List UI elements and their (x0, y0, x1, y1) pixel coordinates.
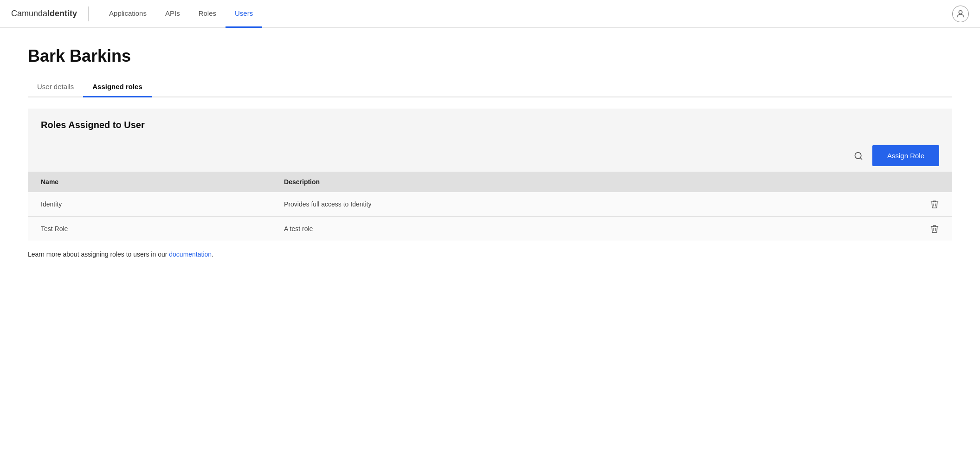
col-header-name: Name (28, 172, 271, 192)
toolbar-row: Assign Role (28, 140, 952, 172)
roles-panel: Roles Assigned to User Assign Role Name … (28, 109, 952, 241)
table-row: Test Role A test role (28, 217, 952, 241)
tab-assigned-roles[interactable]: Assigned roles (83, 77, 152, 97)
brand-name-regular: Camunda (11, 9, 47, 19)
footer-note: Learn more about assigning roles to user… (28, 241, 952, 258)
brand-logo: Camunda Identity (11, 9, 77, 19)
roles-table-container: Name Description Identity Provides full … (28, 172, 952, 241)
panel-header: Roles Assigned to User (28, 109, 952, 140)
brand-name-bold: Identity (47, 9, 77, 19)
tabs: User details Assigned roles (28, 77, 952, 97)
page-title: Bark Barkins (28, 46, 952, 66)
svg-line-2 (860, 157, 862, 159)
top-nav: Camunda Identity Applications APIs Roles… (0, 0, 980, 28)
role-description-cell: A test role (271, 217, 791, 241)
table-header-row: Name Description (28, 172, 952, 192)
nav-link-apis[interactable]: APIs (156, 0, 189, 28)
delete-role-button[interactable] (804, 224, 939, 233)
nav-link-applications[interactable]: Applications (100, 0, 156, 28)
nav-link-users[interactable]: Users (226, 0, 262, 28)
footer-text-after-link: . (212, 251, 213, 258)
search-icon[interactable] (850, 148, 867, 164)
col-header-actions (791, 172, 952, 192)
user-avatar-icon[interactable] (952, 6, 969, 22)
assign-role-button[interactable]: Assign Role (872, 145, 939, 166)
user-menu[interactable] (952, 6, 969, 22)
role-name-cell: Identity (28, 192, 271, 217)
footer-text-before-link: Learn more about assigning roles to user… (28, 251, 169, 258)
role-action-cell (791, 192, 952, 217)
tab-user-details[interactable]: User details (28, 77, 83, 97)
documentation-link[interactable]: documentation (169, 251, 212, 258)
table-row: Identity Provides full access to Identit… (28, 192, 952, 217)
nav-link-roles[interactable]: Roles (189, 0, 226, 28)
col-header-description: Description (271, 172, 791, 192)
roles-table: Name Description Identity Provides full … (28, 172, 952, 241)
nav-links: Applications APIs Roles Users (100, 0, 952, 28)
role-action-cell (791, 217, 952, 241)
panel-title: Roles Assigned to User (41, 120, 939, 130)
role-name-cell: Test Role (28, 217, 271, 241)
role-description-cell: Provides full access to Identity (271, 192, 791, 217)
delete-role-button[interactable] (804, 200, 939, 209)
svg-point-0 (959, 10, 962, 13)
nav-divider (88, 6, 89, 21)
main-content: Bark Barkins User details Assigned roles… (0, 28, 980, 277)
